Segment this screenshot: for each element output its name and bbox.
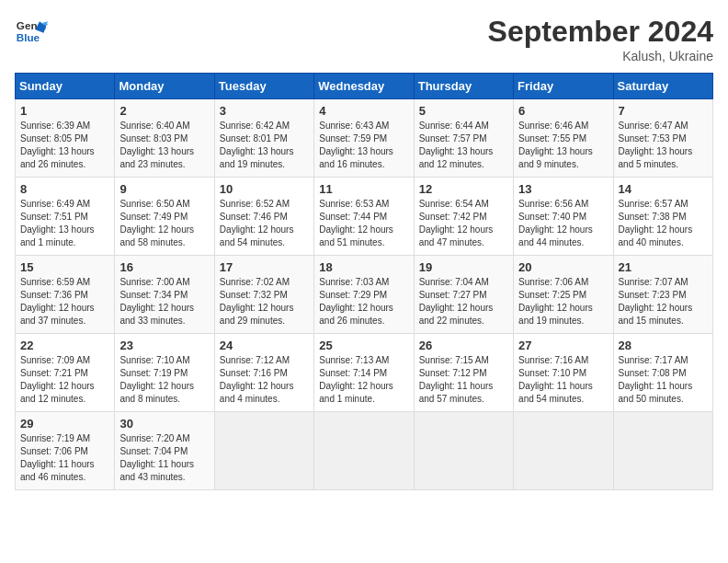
svg-text:Blue: Blue <box>17 31 40 43</box>
day-info: Sunrise: 6:56 AMSunset: 7:40 PMDaylight:… <box>518 198 608 249</box>
day-number: 23 <box>119 339 209 352</box>
day-number: 13 <box>518 182 608 196</box>
page-header: General Blue September 2024 Kalush, Ukra… <box>15 15 713 63</box>
calendar-cell: 28Sunrise: 7:17 AMSunset: 7:08 PMDayligh… <box>613 334 712 412</box>
calendar-week-row: 8Sunrise: 6:49 AMSunset: 7:51 PMDaylight… <box>16 178 713 256</box>
calendar-cell: 14Sunrise: 6:57 AMSunset: 7:38 PMDayligh… <box>613 178 712 256</box>
day-number: 22 <box>20 339 109 352</box>
calendar-cell <box>514 412 613 490</box>
day-info: Sunrise: 7:19 AMSunset: 7:06 PMDaylight:… <box>20 432 109 484</box>
day-info: Sunrise: 6:50 AMSunset: 7:49 PMDaylight:… <box>119 198 209 249</box>
day-number: 6 <box>518 104 608 118</box>
calendar-cell: 24Sunrise: 7:12 AMSunset: 7:16 PMDayligh… <box>214 334 313 412</box>
calendar-cell: 4Sunrise: 6:43 AMSunset: 7:59 PMDaylight… <box>314 99 414 178</box>
calendar-cell: 12Sunrise: 6:54 AMSunset: 7:42 PMDayligh… <box>414 178 513 256</box>
calendar-cell: 3Sunrise: 6:42 AMSunset: 8:01 PMDaylight… <box>214 99 313 178</box>
calendar-cell: 16Sunrise: 7:00 AMSunset: 7:34 PMDayligh… <box>115 256 214 334</box>
calendar-cell: 13Sunrise: 6:56 AMSunset: 7:40 PMDayligh… <box>514 178 613 256</box>
day-info: Sunrise: 6:43 AMSunset: 7:59 PMDaylight:… <box>319 120 408 171</box>
title-section: September 2024 Kalush, Ukraine <box>488 15 713 63</box>
day-info: Sunrise: 7:07 AMSunset: 7:23 PMDaylight:… <box>619 276 708 327</box>
weekday-header: Saturday <box>613 74 712 99</box>
day-number: 26 <box>419 339 508 352</box>
weekday-header: Wednesday <box>314 74 414 99</box>
calendar-cell <box>414 412 513 490</box>
calendar-cell: 8Sunrise: 6:49 AMSunset: 7:51 PMDaylight… <box>16 178 115 256</box>
day-info: Sunrise: 7:10 AMSunset: 7:19 PMDaylight:… <box>119 354 209 406</box>
calendar-cell: 7Sunrise: 6:47 AMSunset: 7:53 PMDaylight… <box>613 99 712 178</box>
calendar-week-row: 15Sunrise: 6:59 AMSunset: 7:36 PMDayligh… <box>16 256 713 334</box>
calendar-week-row: 22Sunrise: 7:09 AMSunset: 7:21 PMDayligh… <box>16 334 713 412</box>
weekday-header: Tuesday <box>214 74 313 99</box>
day-number: 4 <box>319 104 408 118</box>
day-number: 19 <box>419 260 508 274</box>
day-number: 17 <box>220 260 309 274</box>
calendar-cell: 10Sunrise: 6:52 AMSunset: 7:46 PMDayligh… <box>214 178 313 256</box>
calendar-cell: 15Sunrise: 6:59 AMSunset: 7:36 PMDayligh… <box>16 256 115 334</box>
calendar-cell <box>214 412 313 490</box>
day-info: Sunrise: 7:13 AMSunset: 7:14 PMDaylight:… <box>319 354 408 406</box>
weekday-header: Friday <box>514 74 613 99</box>
day-info: Sunrise: 7:02 AMSunset: 7:32 PMDaylight:… <box>220 276 309 327</box>
calendar-cell <box>314 412 414 490</box>
calendar-cell: 19Sunrise: 7:04 AMSunset: 7:27 PMDayligh… <box>414 256 513 334</box>
day-number: 2 <box>119 104 209 118</box>
calendar-cell: 29Sunrise: 7:19 AMSunset: 7:06 PMDayligh… <box>16 412 115 490</box>
calendar-cell: 23Sunrise: 7:10 AMSunset: 7:19 PMDayligh… <box>115 334 214 412</box>
location: Kalush, Ukraine <box>488 49 713 63</box>
calendar-table: SundayMondayTuesdayWednesdayThursdayFrid… <box>15 73 713 490</box>
calendar-cell: 2Sunrise: 6:40 AMSunset: 8:03 PMDaylight… <box>115 99 214 178</box>
day-info: Sunrise: 7:04 AMSunset: 7:27 PMDaylight:… <box>419 276 508 327</box>
calendar-cell <box>613 412 712 490</box>
day-number: 8 <box>20 182 109 196</box>
day-info: Sunrise: 6:59 AMSunset: 7:36 PMDaylight:… <box>20 276 109 327</box>
day-number: 25 <box>319 339 408 352</box>
day-info: Sunrise: 6:49 AMSunset: 7:51 PMDaylight:… <box>20 198 109 249</box>
day-number: 21 <box>619 260 708 274</box>
day-info: Sunrise: 6:46 AMSunset: 7:55 PMDaylight:… <box>518 120 608 171</box>
day-info: Sunrise: 6:44 AMSunset: 7:57 PMDaylight:… <box>419 120 508 171</box>
day-number: 29 <box>20 417 109 431</box>
day-number: 27 <box>518 339 608 352</box>
calendar-cell: 20Sunrise: 7:06 AMSunset: 7:25 PMDayligh… <box>514 256 613 334</box>
day-number: 11 <box>319 182 408 196</box>
weekday-header: Thursday <box>414 74 513 99</box>
header-row: SundayMondayTuesdayWednesdayThursdayFrid… <box>16 74 713 99</box>
day-info: Sunrise: 7:17 AMSunset: 7:08 PMDaylight:… <box>619 354 708 406</box>
calendar-cell: 1Sunrise: 6:39 AMSunset: 8:05 PMDaylight… <box>16 99 115 178</box>
calendar-cell: 30Sunrise: 7:20 AMSunset: 7:04 PMDayligh… <box>115 412 214 490</box>
day-number: 5 <box>419 104 508 118</box>
calendar-body: 1Sunrise: 6:39 AMSunset: 8:05 PMDaylight… <box>16 99 713 490</box>
month-title: September 2024 <box>488 15 713 49</box>
day-number: 9 <box>119 182 209 196</box>
day-info: Sunrise: 6:47 AMSunset: 7:53 PMDaylight:… <box>619 120 708 171</box>
day-number: 18 <box>319 260 408 274</box>
day-info: Sunrise: 7:16 AMSunset: 7:10 PMDaylight:… <box>518 354 608 406</box>
day-number: 7 <box>619 104 708 118</box>
calendar-week-row: 29Sunrise: 7:19 AMSunset: 7:06 PMDayligh… <box>16 412 713 490</box>
calendar-cell: 9Sunrise: 6:50 AMSunset: 7:49 PMDaylight… <box>115 178 214 256</box>
calendar-cell: 5Sunrise: 6:44 AMSunset: 7:57 PMDaylight… <box>414 99 513 178</box>
day-number: 3 <box>220 104 309 118</box>
logo: General Blue <box>15 15 48 48</box>
calendar-header: SundayMondayTuesdayWednesdayThursdayFrid… <box>16 74 713 99</box>
weekday-header: Monday <box>115 74 214 99</box>
day-info: Sunrise: 7:20 AMSunset: 7:04 PMDaylight:… <box>119 432 209 484</box>
calendar-cell: 22Sunrise: 7:09 AMSunset: 7:21 PMDayligh… <box>16 334 115 412</box>
day-info: Sunrise: 7:06 AMSunset: 7:25 PMDaylight:… <box>518 276 608 327</box>
day-info: Sunrise: 6:57 AMSunset: 7:38 PMDaylight:… <box>619 198 708 249</box>
weekday-header: Sunday <box>16 74 115 99</box>
day-number: 24 <box>220 339 309 352</box>
day-info: Sunrise: 7:12 AMSunset: 7:16 PMDaylight:… <box>220 354 309 406</box>
day-number: 20 <box>518 260 608 274</box>
day-info: Sunrise: 6:39 AMSunset: 8:05 PMDaylight:… <box>20 120 109 171</box>
day-info: Sunrise: 6:42 AMSunset: 8:01 PMDaylight:… <box>220 120 309 171</box>
day-info: Sunrise: 6:52 AMSunset: 7:46 PMDaylight:… <box>220 198 309 249</box>
day-info: Sunrise: 7:15 AMSunset: 7:12 PMDaylight:… <box>419 354 508 406</box>
calendar-cell: 25Sunrise: 7:13 AMSunset: 7:14 PMDayligh… <box>314 334 414 412</box>
day-info: Sunrise: 7:00 AMSunset: 7:34 PMDaylight:… <box>119 276 209 327</box>
calendar-cell: 11Sunrise: 6:53 AMSunset: 7:44 PMDayligh… <box>314 178 414 256</box>
calendar-cell: 17Sunrise: 7:02 AMSunset: 7:32 PMDayligh… <box>214 256 313 334</box>
day-info: Sunrise: 6:40 AMSunset: 8:03 PMDaylight:… <box>119 120 209 171</box>
day-info: Sunrise: 6:54 AMSunset: 7:42 PMDaylight:… <box>419 198 508 249</box>
